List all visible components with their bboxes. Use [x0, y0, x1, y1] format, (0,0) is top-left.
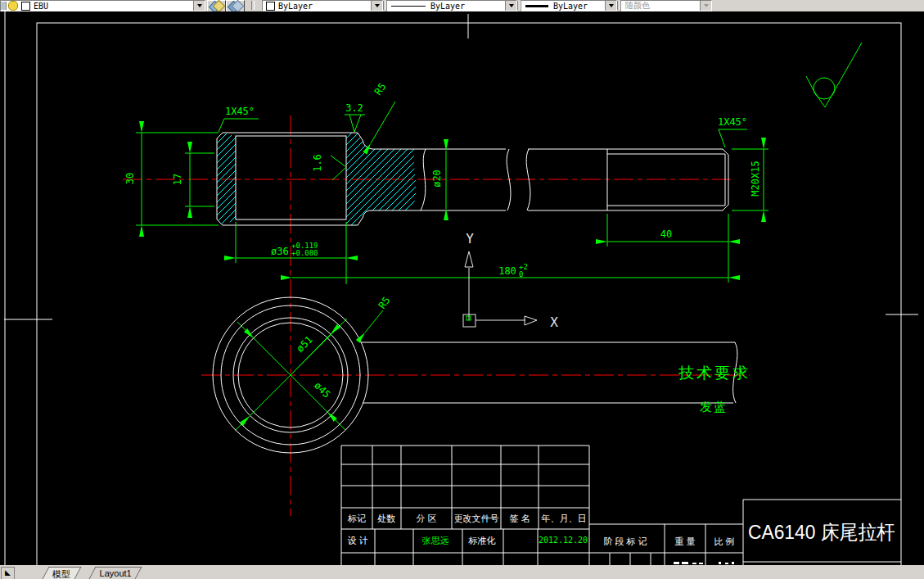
layer-state-icon: [1, 2, 7, 10]
dim-40: 40: [660, 228, 672, 240]
linetype-combobox[interactable]: ByLayer: [386, 0, 517, 11]
model-space-background[interactable]: [0, 11, 924, 565]
autocad-window: EBU ByLayer ByLayer ByLayer: [0, 0, 924, 579]
plotstyle-dropdown-arrow: [700, 1, 711, 11]
dim-30: 30: [124, 173, 136, 184]
color-swatch: [266, 2, 275, 11]
dim-thread: M20X15: [750, 161, 761, 196]
dim-chamfer-left: 1X45°: [225, 106, 255, 117]
plotstyle-value-label: 随颜色: [625, 0, 650, 11]
dim-180-tol-lower: 0: [519, 270, 523, 278]
layer-bulb-icon: [8, 1, 18, 11]
tab-layout1-label: Layout1: [93, 568, 138, 578]
dim-dia-36-tol-lower: +0.080: [291, 249, 318, 257]
header-signature: 签 名: [509, 513, 530, 523]
dim-dia-36: ø36: [271, 246, 289, 257]
cell-designer: 张思远: [422, 536, 449, 545]
ucs-y-label: Y: [466, 231, 474, 247]
color-dropdown-arrow[interactable]: [371, 1, 382, 11]
layer-name-label: EBU: [34, 2, 48, 11]
toolbar-separator: [251, 1, 255, 10]
layout-tab-bar: ◣ 模型 Layout1: [0, 565, 924, 579]
cell-scale: 比 例: [714, 536, 734, 546]
dim-chamfer-right: 1X45°: [718, 116, 747, 128]
lineweight-combobox[interactable]: ByLayer: [521, 0, 617, 11]
layer-previous-button[interactable]: [226, 0, 245, 12]
tab-model[interactable]: 模型: [41, 567, 81, 579]
lineweight-value-label: ByLayer: [553, 2, 588, 11]
tech-requirements-item: 发蓝: [700, 400, 728, 414]
header-zone: 分 区: [416, 513, 436, 523]
tab-scroll-button[interactable]: ◣: [1, 567, 15, 579]
layer-dropdown-arrow[interactable]: [193, 1, 205, 11]
cell-design: 设 计: [347, 536, 367, 545]
dim-roughness-16: 1.6: [312, 154, 323, 172]
layer-combobox[interactable]: EBU: [0, 0, 205, 11]
linetype-sample-icon: [391, 6, 426, 7]
tech-requirements-title: 技术要求: [678, 364, 750, 382]
dim-dia-20: ø20: [431, 170, 443, 188]
header-change-file: 更改文件号: [454, 513, 499, 523]
lineweight-dropdown-arrow[interactable]: [605, 1, 616, 11]
layer-color-swatch: [21, 2, 30, 11]
cell-standardization: 标准化: [468, 536, 496, 545]
color-combobox[interactable]: ByLayer: [262, 0, 383, 11]
cell-date: 2012.12.20: [539, 536, 588, 545]
color-value-label: ByLayer: [278, 2, 313, 11]
header-date: 年、月、日: [541, 513, 587, 523]
linetype-dropdown-arrow[interactable]: [505, 1, 516, 11]
plotstyle-combobox: 随颜色: [620, 0, 712, 11]
cell-weight: 重 量: [674, 536, 695, 546]
tab-model-label: 模型: [46, 568, 77, 579]
tab-layout1[interactable]: Layout1: [88, 567, 142, 579]
part-title: CA6140 床尾拉杆: [748, 521, 895, 543]
dim-roughness-32: 3.2: [345, 102, 363, 114]
object-properties-toolbar: EBU ByLayer ByLayer ByLayer: [0, 0, 924, 12]
dim-17: 17: [172, 174, 183, 185]
header-mark: 标记: [347, 513, 366, 523]
ucs-x-label: X: [550, 314, 558, 330]
drawing-canvas[interactable]: 1X45° 3.2 R5 30 17 1.6 ø20 ø36 +0.119 +0…: [0, 11, 924, 565]
header-count: 处数: [377, 513, 395, 523]
linetype-value-label: ByLayer: [430, 2, 465, 11]
dim-180: 180: [498, 265, 516, 277]
cell-stage-mark: 阶 段 标 记: [603, 536, 647, 546]
make-layer-current-button[interactable]: [207, 0, 226, 12]
lineweight-sample-icon: [525, 5, 548, 7]
